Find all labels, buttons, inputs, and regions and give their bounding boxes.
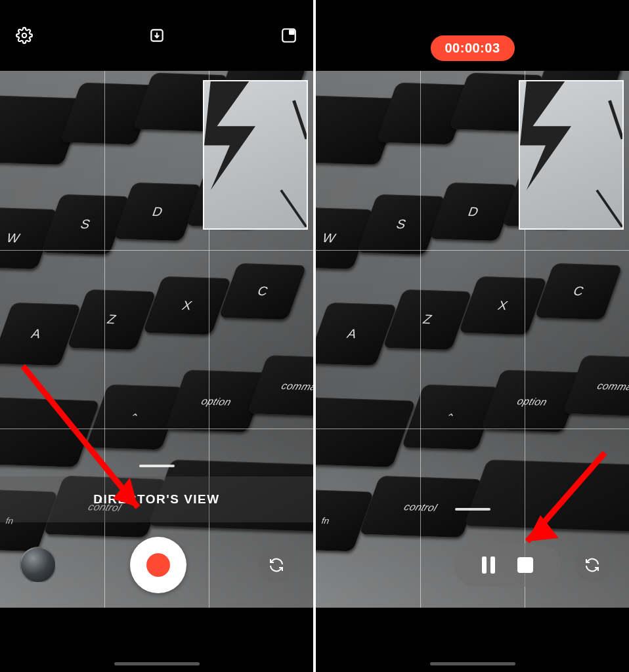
- home-indicator[interactable]: [114, 662, 200, 665]
- mode-label: DIRECTOR'S VIEW: [93, 492, 219, 507]
- pip-preview[interactable]: [519, 80, 624, 230]
- svg-rect-3: [289, 30, 295, 35]
- switch-camera-button[interactable]: [575, 548, 609, 582]
- grid-line: [0, 250, 313, 251]
- controls-bar: [316, 522, 629, 608]
- home-indicator[interactable]: [430, 662, 515, 665]
- chevron-left-icon: ‹: [98, 492, 104, 507]
- svg-line-11: [597, 190, 622, 228]
- grid-line: [316, 429, 629, 429]
- svg-line-10: [610, 100, 622, 138]
- svg-point-0: [22, 33, 27, 38]
- bottom-bar: [0, 608, 313, 672]
- viewfinder[interactable]: W S D F A Z X C ⌃ option command fn cont…: [0, 71, 313, 608]
- svg-marker-9: [520, 81, 571, 190]
- stop-button[interactable]: [517, 557, 533, 573]
- pip-preview[interactable]: [203, 80, 308, 230]
- grid-line: [0, 429, 313, 429]
- svg-marker-4: [204, 81, 255, 190]
- top-bar: 00:00:03: [316, 0, 629, 71]
- svg-line-6: [281, 190, 307, 228]
- top-bar: [0, 0, 313, 71]
- record-button[interactable]: [130, 537, 186, 593]
- drag-handle[interactable]: [455, 508, 490, 511]
- camera-screen-idle: W S D F A Z X C ⌃ option command fn cont…: [0, 0, 313, 672]
- pause-button[interactable]: [482, 556, 495, 574]
- grid-line: [316, 250, 629, 251]
- mode-selector[interactable]: ‹ DIRECTOR'S VIEW: [0, 476, 313, 522]
- record-dot-icon: [146, 553, 170, 577]
- controls-bar: [0, 522, 313, 608]
- bottom-bar: [316, 608, 629, 672]
- camera-screen-recording: 00:00:03 W S D F A Z X C ⌃ option comman…: [316, 0, 629, 672]
- recording-timer: 00:00:03: [430, 35, 514, 61]
- recording-controls: [454, 543, 561, 587]
- drag-handle[interactable]: [139, 465, 175, 467]
- switch-camera-button[interactable]: [259, 548, 293, 582]
- pip-layout-icon[interactable]: [278, 24, 300, 47]
- settings-icon[interactable]: [13, 24, 35, 47]
- gallery-thumbnail[interactable]: [20, 547, 56, 583]
- save-icon[interactable]: [146, 24, 168, 47]
- svg-line-5: [294, 100, 307, 138]
- viewfinder[interactable]: W S D F A Z X C ⌃ option command fn cont…: [316, 71, 629, 608]
